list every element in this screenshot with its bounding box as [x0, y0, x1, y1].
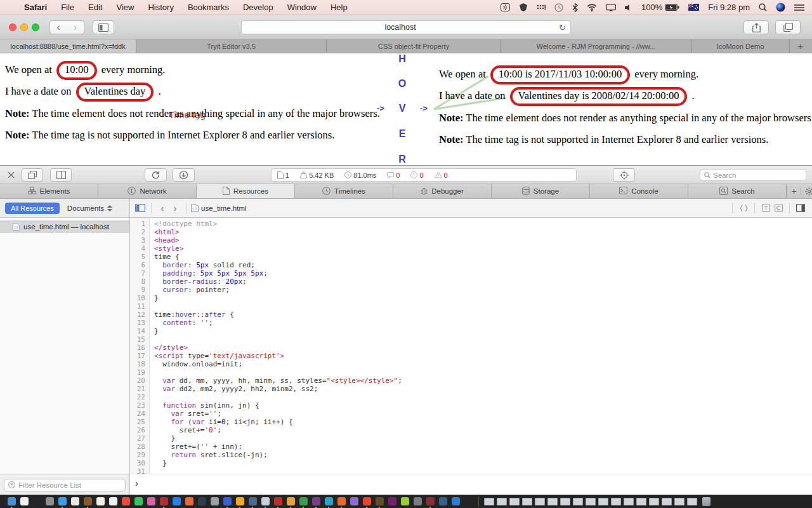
details-sidebar-toggle[interactable] [794, 204, 807, 212]
volume-icon[interactable] [625, 4, 632, 11]
dock-app-13[interactable] [173, 497, 181, 505]
dock-app-36[interactable] [464, 497, 473, 505]
inspector-tab-resources[interactable]: Resources [197, 184, 295, 198]
airplay-display-icon[interactable] [606, 4, 616, 11]
reload-icon[interactable]: ↻ [559, 23, 566, 32]
address-bar[interactable]: localhost ↻ [241, 20, 571, 34]
dock-app-35[interactable] [452, 497, 460, 505]
element-picker-button[interactable] [613, 168, 635, 182]
dock-app-12[interactable] [160, 497, 168, 505]
spotlight-icon[interactable] [759, 3, 767, 11]
inspector-search-field[interactable]: Search [700, 169, 806, 181]
dock-app-14[interactable] [185, 497, 193, 505]
menu-history[interactable]: History [148, 3, 173, 12]
dock-app-27[interactable] [350, 497, 358, 505]
code-coverage-button[interactable] [772, 204, 785, 212]
minimized-window-7[interactable] [573, 498, 583, 505]
dock-app-23[interactable] [299, 497, 308, 505]
window-minimize-button[interactable] [20, 23, 28, 31]
detach-inspector-button[interactable] [22, 168, 43, 182]
dock-app-33[interactable] [426, 497, 435, 505]
add-tab-button[interactable]: + [787, 186, 801, 196]
time-machine-icon[interactable] [554, 3, 563, 12]
minimized-window-14[interactable] [662, 498, 672, 505]
wifi-icon[interactable] [587, 4, 597, 11]
dock-app-7[interactable] [96, 497, 105, 505]
dock-app-31[interactable] [401, 497, 409, 505]
reload-page-button[interactable] [145, 168, 167, 182]
minimized-window-9[interactable] [598, 498, 608, 505]
dock-app-10[interactable] [134, 497, 143, 505]
quick-console[interactable]: › [130, 474, 812, 495]
dock-app-2[interactable] [33, 497, 41, 505]
dock-app-34[interactable] [439, 497, 447, 505]
dock-app-20[interactable] [261, 497, 270, 505]
inspector-settings-button[interactable] [801, 187, 812, 196]
browser-tab-3[interactable]: Welcome - RJM Programming - //ww... [501, 39, 691, 53]
dock-app-8[interactable] [109, 497, 117, 505]
menu-help[interactable]: Help [331, 3, 348, 12]
download-button[interactable] [173, 168, 195, 182]
inspector-tab-search[interactable]: Search [688, 184, 787, 198]
notification-center-icon[interactable] [794, 4, 804, 11]
browser-tab-2[interactable]: CSS object-fit Property [327, 39, 501, 53]
menu-window[interactable]: Window [287, 3, 317, 12]
dock-app-0[interactable] [8, 497, 16, 505]
type-profiler-button[interactable] [759, 204, 772, 212]
dock-app-26[interactable] [337, 497, 346, 505]
minimized-window-1[interactable] [497, 498, 507, 505]
dock-app-17[interactable] [223, 497, 232, 505]
minimized-window-5[interactable] [547, 498, 558, 505]
time-element-open-hover[interactable]: 10:00 is 2017/11/03 10:00:00 [490, 65, 630, 84]
dock-app-32[interactable] [414, 497, 422, 505]
bluetooth-icon[interactable] [572, 3, 578, 12]
time-element-open[interactable]: 10:00 [56, 61, 97, 80]
dock-app-1[interactable] [20, 497, 29, 505]
browser-tab-1[interactable]: Tryit Editor v3.5 [136, 39, 327, 53]
dock-app-29[interactable] [376, 497, 384, 505]
menu-edit[interactable]: Edit [88, 3, 102, 12]
dock-side-button[interactable] [50, 168, 72, 182]
minimized-window-10[interactable] [611, 498, 621, 505]
dock-app-21[interactable] [274, 497, 282, 505]
antivirus-icon[interactable] [519, 3, 528, 11]
dock-app-25[interactable] [325, 497, 333, 505]
minimized-window-8[interactable] [586, 498, 596, 505]
all-resources-button[interactable]: All Resources [5, 203, 60, 214]
minimized-window-11[interactable] [624, 498, 634, 505]
new-tab-button[interactable]: + [790, 39, 811, 53]
minimized-window-16[interactable] [687, 498, 697, 505]
dock-app-11[interactable] [147, 497, 155, 505]
inspector-sidebar-toggle[interactable] [134, 204, 147, 212]
dock-app-16[interactable] [211, 497, 219, 505]
inspector-tab-storage[interactable]: Storage [492, 184, 590, 198]
inspector-tab-debugger[interactable]: Debugger [393, 184, 492, 198]
dock-app-28[interactable] [363, 497, 371, 505]
keyboard-dots-icon[interactable] [537, 3, 546, 11]
minimized-window-15[interactable] [674, 498, 684, 505]
filter-resource-input[interactable]: Filter Resource List [4, 479, 126, 491]
dock-app-22[interactable] [287, 497, 295, 505]
pretty-print-button[interactable] [737, 204, 750, 212]
menu-app-name[interactable]: Safari [24, 3, 47, 12]
window-zoom-button[interactable] [32, 23, 39, 31]
menu-bookmarks[interactable]: Bookmarks [188, 3, 229, 12]
back-button[interactable]: ‹ [49, 20, 67, 34]
input-language-flag-icon[interactable] [688, 4, 699, 11]
inspector-tab-timelines[interactable]: Timelines [295, 184, 393, 198]
time-element-date-hover[interactable]: Valentines day is 2008/02/14 20:00:00 [510, 87, 688, 106]
crumb-forward-button[interactable]: › [169, 203, 181, 213]
menu-view[interactable]: View [117, 3, 134, 12]
inspector-tab-elements[interactable]: Elements [0, 184, 98, 198]
menu-file[interactable]: File [61, 3, 74, 12]
inspector-close-icon[interactable] [8, 171, 15, 178]
forward-button[interactable]: › [67, 20, 84, 34]
macos-dock[interactable] [0, 495, 812, 508]
dock-app-24[interactable] [312, 497, 320, 505]
resource-tree-item[interactable]: use_time.html — localhost [0, 220, 129, 233]
dock-app-30[interactable] [388, 497, 396, 505]
menu-clock[interactable]: Fri 9:28 pm [708, 3, 750, 12]
dock-app-3[interactable] [46, 497, 54, 505]
dock-app-6[interactable] [84, 497, 92, 505]
resource-stats-bar[interactable]: 1 5.42 KB 81.0ms 0 0 0 [271, 168, 577, 182]
